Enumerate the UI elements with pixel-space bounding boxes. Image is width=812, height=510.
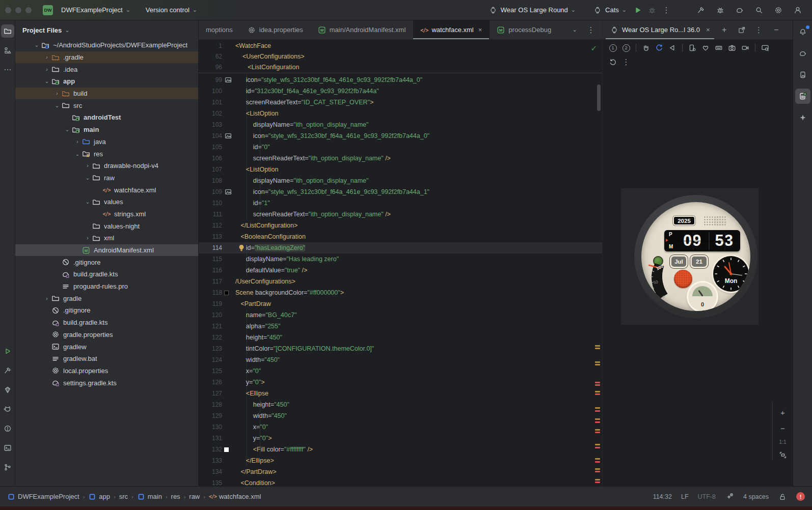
- chevron-down-icon[interactable]: ⌄: [84, 175, 92, 181]
- button-2-button[interactable]: 2: [620, 42, 632, 54]
- button-1-button[interactable]: 1: [607, 42, 619, 54]
- notifications-tool-button[interactable]: [795, 24, 810, 40]
- code-line-134[interactable]: 134 </PartDraw>: [199, 466, 602, 477]
- settings-button[interactable]: [771, 3, 786, 17]
- chevron-down-icon[interactable]: ⌄: [53, 103, 61, 108]
- tab-idea-properties[interactable]: idea.properties: [240, 20, 311, 39]
- code-line-109[interactable]: 109 icon="style_wfs_312c30bf_f64a_461e_9…: [199, 186, 602, 197]
- ai-disabled-icon[interactable]: [725, 492, 734, 501]
- health-services-button[interactable]: [699, 42, 712, 54]
- code-line-129[interactable]: 129 width="450": [199, 410, 602, 421]
- tree-item-main[interactable]: ⌄main: [15, 124, 198, 136]
- minimize-window-icon[interactable]: [15, 7, 21, 13]
- open-in-window-icon[interactable]: [735, 23, 749, 37]
- chevron-right-icon[interactable]: ›: [84, 235, 92, 241]
- chevron-down-icon[interactable]: ⌄: [73, 151, 82, 157]
- code-line-131[interactable]: 131 y="0">: [199, 433, 602, 444]
- chevron-right-icon[interactable]: ›: [43, 67, 51, 72]
- code-line-132[interactable]: 132 <Fill color="#ffffffff" />: [199, 444, 602, 455]
- terminal-tool-button[interactable]: [1, 441, 14, 455]
- gemini-tool-button[interactable]: [795, 110, 810, 125]
- tree-item-java[interactable]: ›java: [15, 136, 198, 148]
- hide-panel-icon[interactable]: −: [769, 23, 783, 37]
- code-line-113[interactable]: 113 <BooleanConfiguration: [199, 231, 602, 242]
- code-line-119[interactable]: 119 <PartDraw: [199, 298, 602, 309]
- code-line-110[interactable]: 110 id="1": [199, 197, 602, 209]
- code-line-100[interactable]: 100 id="312c30bf_f64a_461e_9c93_992f2fb7…: [199, 86, 602, 97]
- tree-item-watchface-xml[interactable]: </>watchface.xml: [15, 184, 198, 196]
- back-button-button[interactable]: [666, 42, 679, 54]
- code-line-123[interactable]: 123 tintColor="[CONFIGURATION.themeColor…: [199, 343, 602, 354]
- code-line-115[interactable]: 115 displayName="Has leading zero": [199, 253, 602, 265]
- tree-item-gradle-properties[interactable]: gradle.properties: [15, 329, 198, 341]
- zoom-1to1-button[interactable]: 1:1: [779, 439, 787, 445]
- code-line-107[interactable]: 107 <ListOption: [199, 164, 602, 175]
- screen-search-button[interactable]: [759, 42, 771, 54]
- tree-item-values-night[interactable]: values-night: [15, 220, 198, 232]
- close-device-tab-icon[interactable]: ×: [706, 26, 710, 34]
- chevron-down-icon[interactable]: ⌄: [63, 127, 71, 132]
- tree-item-build-gradle-kts[interactable]: build.gradle.kts: [15, 268, 198, 280]
- code-line-121[interactable]: 121 alpha="255": [199, 321, 602, 332]
- device-settings-button[interactable]: [686, 42, 698, 54]
- vcs-widget[interactable]: Version control⌄: [142, 4, 201, 16]
- code-line-112[interactable]: 112 </ListConfiguration>: [199, 220, 602, 231]
- project-widget[interactable]: DWFExampleProject⌄: [57, 4, 134, 16]
- close-window-icon[interactable]: [5, 7, 11, 13]
- tree-item--idea[interactable]: ›.idea: [15, 63, 198, 75]
- tree-item-androidtest[interactable]: androidTest: [15, 111, 198, 124]
- tree-item-local-properties[interactable]: local.properties: [15, 365, 198, 377]
- tree-item-proguard-rules-pro[interactable]: proguard-rules.pro: [15, 280, 198, 293]
- gradle-tool-button[interactable]: [795, 46, 810, 61]
- chevron-down-icon[interactable]: ⌄: [33, 42, 41, 48]
- code-line-135[interactable]: 135 <Condition>: [199, 477, 602, 486]
- logcat-tool-button[interactable]: [1, 403, 14, 416]
- code-line-126[interactable]: 126 y="0">: [199, 377, 602, 388]
- debug-button[interactable]: [645, 3, 659, 17]
- device-display[interactable]: 2025 PM 09 53: [621, 188, 759, 325]
- code-line-114[interactable]: 114 id="hasLeadingZero": [199, 242, 602, 253]
- chevron-right-icon[interactable]: ›: [43, 296, 51, 301]
- tab-options-icon[interactable]: ⋮: [584, 23, 598, 37]
- breadcrumb-watchface-xml[interactable]: </>watchface.xml: [209, 493, 261, 500]
- caret-position[interactable]: 114:32: [653, 493, 672, 500]
- hand-mode-button[interactable]: [640, 42, 652, 54]
- code-line-104[interactable]: 104 icon="style_wfs_312c30bf_f64a_461e_9…: [199, 130, 602, 141]
- code-line-102[interactable]: 102 <ListOption: [199, 108, 602, 119]
- breadcrumb-main[interactable]: main: [137, 493, 162, 501]
- running-devices-tool-button[interactable]: [795, 89, 810, 104]
- project-view-selector[interactable]: Project Files ⌄: [15, 20, 198, 39]
- code-line-99[interactable]: 99 icon="style_wfs_312c30bf_f64a_461e_9c…: [199, 74, 602, 86]
- chevron-right-icon[interactable]: ›: [84, 163, 92, 168]
- device-tab[interactable]: Wear OS Large Ro...l 36.0 ×: [606, 20, 714, 39]
- version-control-tool-button[interactable]: [1, 461, 14, 474]
- hidden-tabs-icon[interactable]: ⌄: [567, 23, 582, 37]
- code-line-128[interactable]: 128 height="450": [199, 399, 602, 410]
- chevron-right-icon[interactable]: ›: [43, 54, 51, 60]
- run-configuration-selector[interactable]: Cats⌄: [589, 4, 631, 17]
- gradle-sync-button[interactable]: [733, 3, 747, 17]
- rotate-device-button[interactable]: [653, 42, 665, 54]
- code-line-117[interactable]: 117/UserConfigurations>: [199, 276, 602, 287]
- line-separator[interactable]: LF: [681, 493, 689, 500]
- breadcrumb-raw[interactable]: raw: [189, 493, 200, 500]
- tree-item--androidstudioprojects-dwfexampleproject[interactable]: ⌄~/AndroidStudioProjects/DWFExampleProje…: [15, 39, 198, 51]
- chevron-down-icon[interactable]: ⌄: [43, 78, 51, 84]
- breadcrumb-app[interactable]: app: [88, 493, 110, 501]
- breadcrumb-dwfexampleproject[interactable]: DWFExampleProject: [7, 493, 79, 501]
- chevron-right-icon[interactable]: ›: [53, 91, 61, 96]
- tree-item-gradlew[interactable]: gradlew: [15, 341, 198, 353]
- code-line-101[interactable]: 101 screenReaderText="ID_CAT_STEP_OVER">: [199, 97, 602, 108]
- indent-setting[interactable]: 4 spaces: [743, 493, 769, 500]
- maximize-window-icon[interactable]: [25, 7, 32, 13]
- tree-item--gitignore[interactable]: .gitignore: [15, 256, 198, 268]
- code-line-130[interactable]: 130 x="0": [199, 421, 602, 433]
- more-tool-windows-tool-button[interactable]: [1, 63, 14, 76]
- unlocked-icon[interactable]: [778, 492, 787, 501]
- more-options-button[interactable]: ⋮: [620, 56, 632, 68]
- profiler-button[interactable]: [713, 3, 727, 17]
- app-quality-insights-tool-button[interactable]: [1, 383, 14, 396]
- tree-item-src[interactable]: ⌄src: [15, 99, 198, 111]
- tree-item-androidmanifest-xml[interactable]: MAndroidManifest.xml: [15, 244, 198, 257]
- tree-item-values[interactable]: ⌄values: [15, 196, 198, 208]
